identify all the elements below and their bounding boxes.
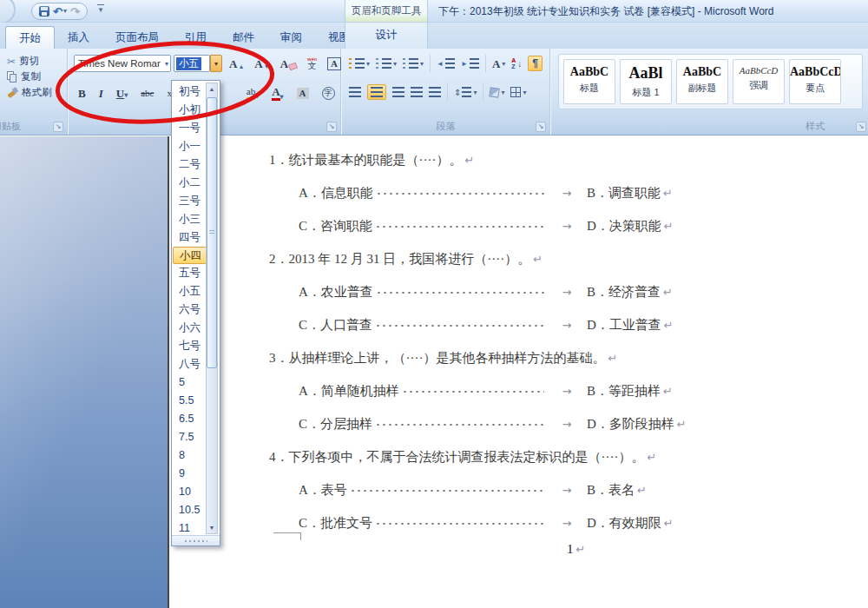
font-size-option[interactable]: 二号 (173, 155, 207, 174)
bullets-caret-icon[interactable]: ▾ (366, 60, 370, 68)
font-size-option[interactable]: 小一 (173, 137, 207, 155)
font-size-option[interactable]: 四号 (173, 228, 207, 247)
styles-dialog-launcher[interactable]: ↘ (856, 122, 866, 132)
font-name-caret-icon[interactable]: ▾ (165, 60, 168, 68)
undo-button[interactable]: ↶▾ (53, 6, 67, 17)
style-chip[interactable]: AaBbC 标题 (563, 59, 615, 104)
font-size-dropdown-button[interactable]: ▾ (210, 55, 222, 72)
page-content[interactable]: 1．统计最基本的职能是（····）。↵ A．信息职能→B．调查职能↵ C．咨询职… (269, 152, 755, 548)
character-border-button[interactable]: A (325, 56, 344, 72)
shrink-font-button[interactable]: A▼ (252, 56, 272, 71)
borders-button[interactable]: ▾ (510, 87, 526, 97)
dropdown-resize-grip[interactable] (172, 535, 220, 545)
clear-formatting-button[interactable]: A (278, 56, 299, 71)
align-center-button[interactable] (367, 84, 386, 100)
show-hide-marks-button[interactable]: ¶ (528, 56, 542, 71)
font-size-option[interactable]: 小初 (173, 101, 207, 119)
styles-gallery: AaBbC 标题 AaBl 标题 1 AaBbC 副标题 AaBbCcD 强调 … (558, 54, 863, 109)
numbering-caret-icon[interactable]: ▾ (393, 60, 397, 68)
font-size-option[interactable]: 三号 (173, 192, 207, 210)
increase-indent-button[interactable]: ► (461, 58, 479, 69)
text-highlight-button[interactable]: ab▾ (244, 85, 261, 102)
font-size-option[interactable]: 7.5 (173, 428, 207, 446)
font-size-option[interactable]: 小三 (173, 210, 207, 228)
font-size-option[interactable]: 小六 (173, 319, 207, 337)
font-size-combobox[interactable]: 小五 (174, 55, 210, 72)
grow-font-button[interactable]: A▲ (227, 56, 247, 71)
scrollbar-thumb[interactable] (207, 97, 217, 368)
font-size-option[interactable]: 初号 (173, 83, 207, 101)
phonetic-guide-button[interactable]: wén文 (305, 55, 319, 72)
asian-layout-button[interactable]: A▾ (492, 58, 505, 69)
dropdown-scrollbar[interactable]: ▲ ▼ (206, 83, 218, 534)
ribbon-tab[interactable]: 引用 (172, 26, 220, 49)
multilevel-caret-icon[interactable]: ▾ (420, 60, 424, 68)
underline-caret-icon[interactable]: ▾ (124, 92, 128, 99)
align-right-button[interactable] (392, 87, 404, 97)
shading-caret-icon[interactable]: ▾ (501, 89, 504, 96)
bold-button[interactable]: B (76, 86, 89, 101)
font-size-option[interactable]: 小五 (173, 282, 207, 301)
sort-button[interactable]: AZ↓ (511, 57, 522, 69)
decrease-indent-button[interactable]: ◄ (437, 58, 455, 69)
italic-button[interactable]: I (96, 86, 106, 101)
multilevel-list-button[interactable]: ▾ (403, 58, 424, 69)
save-button[interactable] (39, 6, 49, 17)
font-size-option[interactable]: 10 (173, 483, 207, 501)
justify-button[interactable] (411, 87, 423, 97)
font-size-option[interactable]: 七号 (173, 337, 207, 355)
paragraph-dialog-launcher[interactable]: ↘ (536, 122, 546, 132)
strikethrough-button[interactable]: abc (138, 87, 156, 100)
clipboard-dialog-launcher[interactable]: ↘ (53, 122, 63, 132)
distribute-button[interactable] (429, 87, 441, 97)
highlight-caret-icon[interactable]: ▾ (255, 93, 259, 100)
tab-design[interactable]: 设计 (345, 23, 427, 43)
numbering-button[interactable]: ▾ (376, 58, 397, 69)
ribbon-tab[interactable]: 审阅 (267, 26, 315, 49)
ribbon-tab[interactable]: 页面布局 (102, 26, 172, 49)
cut-button[interactable]: ✂剪切 (7, 55, 67, 68)
character-shading-button[interactable]: A (294, 86, 312, 101)
style-chip[interactable]: AaBbC 副标题 (676, 59, 728, 104)
font-dialog-launcher[interactable]: ↘ (326, 122, 337, 132)
line-spacing-caret-icon[interactable]: ▾ (473, 89, 477, 96)
copy-button[interactable]: 复制 (7, 70, 67, 83)
align-left-button[interactable] (349, 87, 361, 97)
font-color-button[interactable]: A▾ (269, 84, 286, 102)
font-size-option[interactable]: 一号 (173, 119, 207, 137)
style-chip[interactable]: AaBbCcD 要点 (789, 59, 841, 104)
customize-qat-button[interactable]: ▾ (97, 4, 104, 14)
borders-caret-icon[interactable]: ▾ (523, 89, 526, 96)
redo-button[interactable]: ↷ (70, 6, 80, 17)
font-size-option[interactable]: 小四 (173, 247, 207, 264)
shading-button[interactable]: ▾ (490, 88, 504, 97)
font-size-option[interactable]: 6.5 (173, 410, 207, 428)
font-color-caret-icon[interactable]: ▾ (280, 94, 284, 101)
office-button[interactable] (0, 0, 16, 24)
bullets-button[interactable]: ▾ (349, 58, 370, 69)
quick-access-toolbar: ↶▾ ↷ (31, 3, 88, 20)
style-chip[interactable]: AaBl 标题 1 (620, 59, 672, 104)
asian-layout-caret-icon[interactable]: ▾ (502, 60, 505, 68)
font-size-option[interactable]: 10.5 (173, 501, 207, 519)
font-size-option[interactable]: 5.5 (173, 392, 207, 410)
enclose-characters-button[interactable]: 字 (319, 85, 338, 102)
underline-button[interactable]: U▾ (114, 86, 130, 101)
ribbon-tab[interactable]: 插入 (55, 26, 102, 49)
font-size-option[interactable]: 9 (173, 465, 207, 483)
line-spacing-button[interactable]: ⇕▾ (454, 87, 477, 97)
font-size-option[interactable]: 8 (173, 446, 207, 465)
scroll-up-icon[interactable]: ▲ (207, 83, 217, 95)
ribbon-tab[interactable]: 邮件 (220, 26, 267, 49)
font-name-combobox[interactable]: Times New Romar ▾ (74, 55, 171, 72)
ribbon-tab[interactable]: 开始 (5, 26, 55, 49)
font-size-option[interactable]: 小二 (173, 174, 207, 192)
font-size-option[interactable]: 五号 (173, 264, 207, 282)
font-size-option[interactable]: 六号 (173, 301, 207, 319)
undo-caret-icon[interactable]: ▾ (63, 8, 67, 15)
font-size-option[interactable]: 八号 (173, 355, 207, 373)
font-size-option[interactable]: 5 (173, 373, 207, 392)
scroll-down-icon[interactable]: ▼ (207, 522, 217, 533)
format-painter-button[interactable]: 格式刷 (7, 86, 67, 99)
style-chip[interactable]: AaBbCcD 强调 (733, 59, 785, 104)
